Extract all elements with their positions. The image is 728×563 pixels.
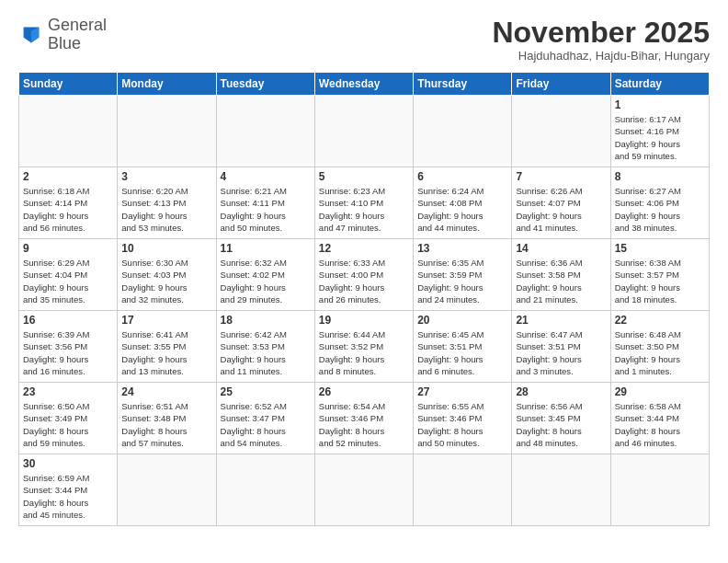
- table-row: 17Sunrise: 6:41 AMSunset: 3:55 PMDayligh…: [118, 311, 216, 383]
- table-row: [314, 96, 413, 167]
- day-number: 19: [319, 314, 409, 327]
- day-info: Sunrise: 6:33 AMSunset: 4:00 PMDaylight:…: [319, 257, 409, 305]
- day-info: Sunrise: 6:21 AMSunset: 4:11 PMDaylight:…: [221, 185, 311, 234]
- page-header: General Blue November 2025 Hajduhadhaz, …: [18, 17, 710, 63]
- day-number: 10: [121, 242, 211, 255]
- day-info: Sunrise: 6:29 AMSunset: 4:04 PMDaylight:…: [23, 257, 113, 305]
- day-number: 2: [23, 170, 113, 183]
- table-row: 13Sunrise: 6:35 AMSunset: 3:59 PMDayligh…: [414, 239, 512, 311]
- table-row: 11Sunrise: 6:32 AMSunset: 4:02 PMDayligh…: [216, 239, 314, 311]
- table-row: [216, 96, 314, 167]
- day-number: 16: [23, 314, 113, 327]
- weekday-header-row: Sunday Monday Tuesday Wednesday Thursday…: [19, 73, 710, 96]
- day-number: 23: [23, 385, 113, 398]
- header-wednesday: Wednesday: [314, 73, 413, 96]
- table-row: 3Sunrise: 6:20 AMSunset: 4:13 PMDaylight…: [118, 167, 216, 239]
- day-info: Sunrise: 6:36 AMSunset: 3:58 PMDaylight:…: [516, 257, 606, 305]
- day-info: Sunrise: 6:20 AMSunset: 4:13 PMDaylight:…: [121, 185, 211, 234]
- table-row: 9Sunrise: 6:29 AMSunset: 4:04 PMDaylight…: [19, 239, 118, 311]
- table-row: 12Sunrise: 6:33 AMSunset: 4:00 PMDayligh…: [314, 239, 413, 311]
- day-info: Sunrise: 6:32 AMSunset: 4:02 PMDaylight:…: [221, 257, 311, 305]
- day-info: Sunrise: 6:38 AMSunset: 3:57 PMDaylight:…: [615, 257, 705, 305]
- table-row: [414, 96, 512, 167]
- table-row: [118, 454, 216, 526]
- day-number: 18: [221, 314, 311, 327]
- logo: General Blue: [18, 17, 107, 53]
- day-number: 24: [121, 385, 211, 398]
- location: Hajduhadhaz, Hajdu-Bihar, Hungary: [492, 49, 710, 63]
- table-row: 4Sunrise: 6:21 AMSunset: 4:11 PMDaylight…: [216, 167, 314, 239]
- day-number: 28: [516, 385, 606, 398]
- table-row: 5Sunrise: 6:23 AMSunset: 4:10 PMDaylight…: [314, 167, 413, 239]
- day-number: 7: [516, 170, 606, 183]
- table-row: 24Sunrise: 6:51 AMSunset: 3:48 PMDayligh…: [118, 383, 216, 454]
- table-row: 6Sunrise: 6:24 AMSunset: 4:08 PMDaylight…: [414, 167, 512, 239]
- day-info: Sunrise: 6:48 AMSunset: 3:50 PMDaylight:…: [615, 328, 705, 377]
- day-info: Sunrise: 6:24 AMSunset: 4:08 PMDaylight:…: [417, 185, 507, 234]
- header-tuesday: Tuesday: [216, 73, 314, 96]
- table-row: 28Sunrise: 6:56 AMSunset: 3:45 PMDayligh…: [512, 383, 610, 454]
- day-number: 14: [516, 242, 606, 255]
- calendar-week-row: 1Sunrise: 6:17 AMSunset: 4:16 PMDaylight…: [19, 96, 710, 167]
- table-row: 29Sunrise: 6:58 AMSunset: 3:44 PMDayligh…: [610, 383, 709, 454]
- table-row: [314, 454, 413, 526]
- table-row: 15Sunrise: 6:38 AMSunset: 3:57 PMDayligh…: [610, 239, 709, 311]
- day-info: Sunrise: 6:17 AMSunset: 4:16 PMDaylight:…: [615, 113, 705, 162]
- day-number: 25: [221, 385, 311, 398]
- day-number: 30: [23, 457, 113, 470]
- month-title: November 2025: [492, 17, 710, 49]
- day-number: 15: [615, 242, 705, 255]
- day-info: Sunrise: 6:41 AMSunset: 3:55 PMDaylight:…: [121, 328, 211, 377]
- day-number: 13: [417, 242, 507, 255]
- day-number: 9: [23, 242, 113, 255]
- table-row: 18Sunrise: 6:42 AMSunset: 3:53 PMDayligh…: [216, 311, 314, 383]
- day-number: 26: [319, 385, 409, 398]
- table-row: 30Sunrise: 6:59 AMSunset: 3:44 PMDayligh…: [19, 454, 118, 526]
- day-info: Sunrise: 6:30 AMSunset: 4:03 PMDaylight:…: [121, 257, 211, 305]
- table-row: 2Sunrise: 6:18 AMSunset: 4:14 PMDaylight…: [19, 167, 118, 239]
- calendar-week-row: 30Sunrise: 6:59 AMSunset: 3:44 PMDayligh…: [19, 454, 710, 526]
- table-row: 26Sunrise: 6:54 AMSunset: 3:46 PMDayligh…: [314, 383, 413, 454]
- day-number: 29: [615, 385, 705, 398]
- table-row: 21Sunrise: 6:47 AMSunset: 3:51 PMDayligh…: [512, 311, 610, 383]
- day-number: 17: [121, 314, 211, 327]
- table-row: 23Sunrise: 6:50 AMSunset: 3:49 PMDayligh…: [19, 383, 118, 454]
- table-row: 20Sunrise: 6:45 AMSunset: 3:51 PMDayligh…: [414, 311, 512, 383]
- day-info: Sunrise: 6:59 AMSunset: 3:44 PMDaylight:…: [23, 472, 113, 521]
- header-saturday: Saturday: [610, 73, 709, 96]
- calendar-week-row: 9Sunrise: 6:29 AMSunset: 4:04 PMDaylight…: [19, 239, 710, 311]
- table-row: 16Sunrise: 6:39 AMSunset: 3:56 PMDayligh…: [19, 311, 118, 383]
- table-row: 27Sunrise: 6:55 AMSunset: 3:46 PMDayligh…: [414, 383, 512, 454]
- day-number: 5: [319, 170, 409, 183]
- table-row: [512, 96, 610, 167]
- day-info: Sunrise: 6:42 AMSunset: 3:53 PMDaylight:…: [221, 328, 311, 377]
- title-block: November 2025 Hajduhadhaz, Hajdu-Bihar, …: [492, 17, 710, 63]
- logo-text: General Blue: [48, 17, 107, 53]
- day-number: 12: [319, 242, 409, 255]
- day-info: Sunrise: 6:23 AMSunset: 4:10 PMDaylight:…: [319, 185, 409, 234]
- day-number: 21: [516, 314, 606, 327]
- table-row: [610, 454, 709, 526]
- table-row: [512, 454, 610, 526]
- day-info: Sunrise: 6:58 AMSunset: 3:44 PMDaylight:…: [615, 400, 705, 449]
- header-friday: Friday: [512, 73, 610, 96]
- table-row: 10Sunrise: 6:30 AMSunset: 4:03 PMDayligh…: [118, 239, 216, 311]
- calendar-week-row: 2Sunrise: 6:18 AMSunset: 4:14 PMDaylight…: [19, 167, 710, 239]
- table-row: 1Sunrise: 6:17 AMSunset: 4:16 PMDaylight…: [610, 96, 709, 167]
- day-info: Sunrise: 6:51 AMSunset: 3:48 PMDaylight:…: [121, 400, 211, 449]
- calendar-week-row: 23Sunrise: 6:50 AMSunset: 3:49 PMDayligh…: [19, 383, 710, 454]
- table-row: 22Sunrise: 6:48 AMSunset: 3:50 PMDayligh…: [610, 311, 709, 383]
- table-row: [118, 96, 216, 167]
- day-info: Sunrise: 6:26 AMSunset: 4:07 PMDaylight:…: [516, 185, 606, 234]
- day-info: Sunrise: 6:56 AMSunset: 3:45 PMDaylight:…: [516, 400, 606, 449]
- day-number: 22: [615, 314, 705, 327]
- day-number: 20: [417, 314, 507, 327]
- table-row: [216, 454, 314, 526]
- day-number: 1: [615, 98, 705, 111]
- day-info: Sunrise: 6:35 AMSunset: 3:59 PMDaylight:…: [417, 257, 507, 305]
- day-info: Sunrise: 6:50 AMSunset: 3:49 PMDaylight:…: [23, 400, 113, 449]
- day-info: Sunrise: 6:18 AMSunset: 4:14 PMDaylight:…: [23, 185, 113, 234]
- header-thursday: Thursday: [414, 73, 512, 96]
- table-row: 14Sunrise: 6:36 AMSunset: 3:58 PMDayligh…: [512, 239, 610, 311]
- header-monday: Monday: [118, 73, 216, 96]
